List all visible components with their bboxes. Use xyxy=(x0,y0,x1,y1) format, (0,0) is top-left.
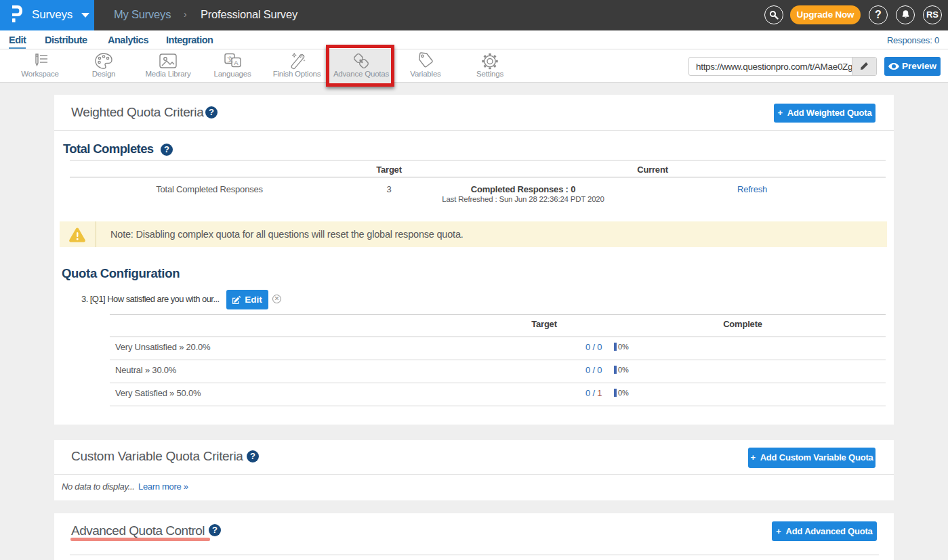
svg-text:A: A xyxy=(234,59,239,66)
svg-text:文: 文 xyxy=(227,56,234,63)
